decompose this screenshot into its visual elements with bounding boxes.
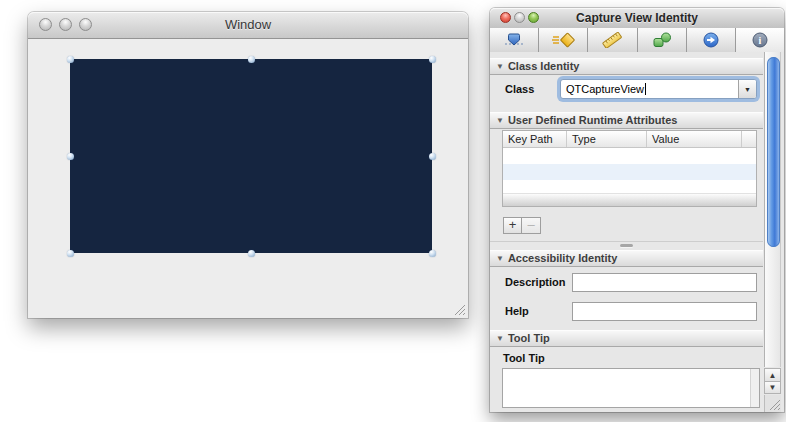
tool-tip-textarea[interactable] bbox=[502, 368, 760, 408]
section-header-class-identity[interactable]: ▼Class Identity bbox=[490, 58, 763, 75]
table-header-row: Key Path Type Value bbox=[503, 131, 756, 148]
disclosure-triangle-icon[interactable]: ▼ bbox=[496, 59, 504, 74]
inspector-titlebar[interactable]: Capture View Identity bbox=[490, 8, 784, 29]
splitter-dimple[interactable] bbox=[620, 244, 633, 247]
disclosure-triangle-icon[interactable]: ▼ bbox=[496, 113, 504, 128]
table-row[interactable] bbox=[503, 164, 756, 180]
section-header-accessibility[interactable]: ▼Accessibility Identity bbox=[490, 250, 763, 267]
window-title: Window bbox=[28, 12, 468, 38]
column-header-value[interactable]: Value bbox=[647, 131, 742, 147]
svg-text:i: i bbox=[759, 35, 762, 46]
arrow-up-icon: ▲ bbox=[769, 371, 777, 380]
window-resize-grip[interactable] bbox=[453, 303, 466, 316]
description-field[interactable] bbox=[572, 273, 757, 292]
table-footer-strip bbox=[503, 193, 756, 206]
document-window: Window bbox=[28, 12, 468, 318]
selection-handle-middle-right[interactable] bbox=[429, 153, 436, 160]
scroll-up-button[interactable]: ▲ bbox=[764, 368, 781, 381]
inspector-body: ▼Class Identity Class QTCaptureView ▼ ▼U… bbox=[490, 52, 784, 412]
section-header-runtime-attributes[interactable]: ▼User Defined Runtime Attributes bbox=[490, 112, 763, 129]
scrollbar-track[interactable] bbox=[764, 52, 781, 367]
zoom-button[interactable] bbox=[79, 18, 92, 31]
qtcaptureview-canvas[interactable] bbox=[70, 59, 432, 253]
column-header-type[interactable]: Type bbox=[567, 131, 647, 147]
table-row[interactable] bbox=[503, 148, 756, 164]
selection-handle-middle-left[interactable] bbox=[67, 153, 74, 160]
selection-handle-bottom-middle[interactable] bbox=[248, 250, 255, 257]
arrow-down-icon: ▼ bbox=[769, 383, 777, 392]
inspector-panel: Capture View Identity bbox=[490, 8, 784, 412]
panel-scrollbar[interactable]: ▲ ▼ bbox=[764, 52, 781, 412]
class-label: Class bbox=[505, 83, 534, 95]
close-button[interactable] bbox=[39, 18, 52, 31]
document-titlebar[interactable]: Window bbox=[28, 12, 468, 39]
help-label: Help bbox=[505, 305, 529, 317]
scroll-down-button[interactable]: ▼ bbox=[764, 381, 781, 394]
tab-connections-inspector[interactable] bbox=[687, 28, 736, 52]
tab-size-inspector[interactable] bbox=[588, 28, 637, 52]
size-inspector-icon bbox=[600, 32, 624, 48]
section-header-tool-tip[interactable]: ▼Tool Tip bbox=[490, 330, 763, 347]
class-combo-box[interactable]: QTCaptureView ▼ bbox=[560, 79, 757, 99]
disclosure-triangle-icon[interactable]: ▼ bbox=[496, 331, 504, 346]
disclosure-triangle-icon[interactable]: ▼ bbox=[496, 251, 504, 266]
minimize-button[interactable] bbox=[514, 12, 525, 23]
tool-tip-label: Tool Tip bbox=[503, 352, 545, 364]
chevron-down-icon: ▼ bbox=[744, 86, 751, 93]
tab-bindings-inspector[interactable] bbox=[638, 28, 687, 52]
scrollbar-thumb[interactable] bbox=[767, 57, 780, 247]
zoom-button[interactable] bbox=[528, 12, 539, 23]
add-attribute-button[interactable]: + bbox=[503, 217, 522, 234]
selection-handle-top-middle[interactable] bbox=[248, 56, 255, 63]
description-label: Description bbox=[505, 276, 566, 288]
class-value: QTCaptureView bbox=[566, 83, 644, 95]
selection-handle-top-left[interactable] bbox=[67, 56, 74, 63]
identity-inspector-icon: i bbox=[748, 32, 772, 48]
minimize-button[interactable] bbox=[59, 18, 72, 31]
textarea-scrollbar[interactable] bbox=[750, 369, 759, 407]
column-header-spacer bbox=[742, 131, 756, 147]
panel-resize-grip[interactable] bbox=[764, 395, 781, 412]
window-content bbox=[28, 39, 468, 318]
selection-handle-bottom-left[interactable] bbox=[67, 250, 74, 257]
effects-inspector-icon bbox=[551, 32, 575, 48]
selection-handle-bottom-right[interactable] bbox=[429, 250, 436, 257]
attributes-inspector-icon bbox=[502, 32, 526, 48]
runtime-attributes-table[interactable]: Key Path Type Value bbox=[502, 130, 757, 207]
connections-inspector-icon bbox=[699, 32, 723, 48]
column-header-key-path[interactable]: Key Path bbox=[503, 131, 567, 147]
help-field[interactable] bbox=[572, 302, 757, 321]
section-splitter[interactable] bbox=[490, 241, 763, 250]
selection-handle-top-right[interactable] bbox=[429, 56, 436, 63]
tab-identity-inspector[interactable]: i bbox=[736, 28, 784, 52]
remove-attribute-button[interactable]: – bbox=[522, 217, 541, 234]
close-button[interactable] bbox=[500, 12, 511, 23]
tab-effects-inspector[interactable] bbox=[539, 28, 588, 52]
bindings-inspector-icon bbox=[650, 32, 674, 48]
combo-dropdown-button[interactable]: ▼ bbox=[738, 80, 756, 98]
text-caret bbox=[645, 83, 646, 95]
tab-attributes-inspector[interactable] bbox=[490, 28, 539, 52]
inspector-toolbar: i bbox=[490, 28, 784, 53]
